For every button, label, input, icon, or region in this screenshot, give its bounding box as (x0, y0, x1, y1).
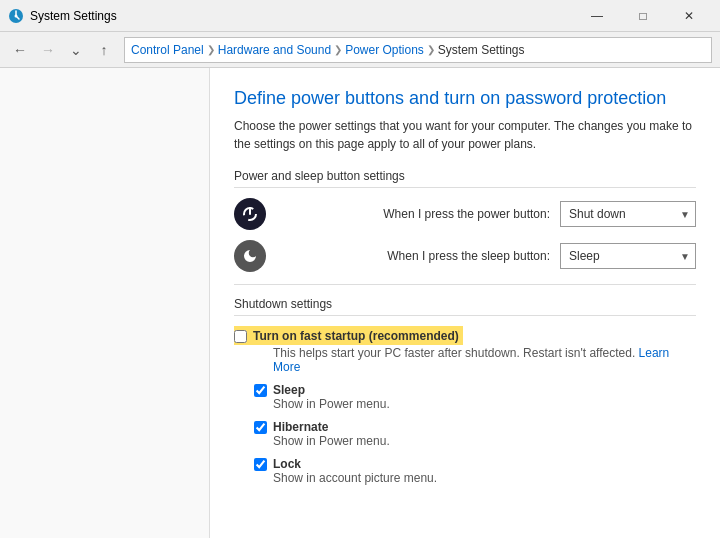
title-bar: System Settings — □ ✕ (0, 0, 720, 32)
hibernate-description: Show in Power menu. (254, 434, 696, 448)
power-button-row: When I press the power button: Do nothin… (234, 198, 696, 230)
sleep-button-dropdown[interactable]: Do nothing Sleep Hibernate Shut down Tur… (560, 243, 696, 269)
sleep-row: Sleep Show in Power menu. (234, 382, 696, 411)
lock-checkbox-row: Lock (234, 456, 696, 471)
sleep-button-label: When I press the sleep button: (276, 249, 550, 263)
lock-checkbox[interactable] (254, 458, 267, 471)
shutdown-section-header: Shutdown settings (234, 297, 696, 316)
fast-startup-checkbox[interactable] (234, 330, 247, 343)
lock-label: Lock (273, 457, 301, 471)
close-button[interactable]: ✕ (666, 0, 712, 32)
dropdown-button[interactable]: ⌄ (64, 38, 88, 62)
breadcrumb-sep-1: ❯ (207, 44, 215, 55)
power-button-dropdown[interactable]: Do nothing Sleep Hibernate Shut down Tur… (560, 201, 696, 227)
fast-startup-description: This helps start your PC faster after sh… (254, 346, 696, 374)
content-area: Define power buttons and turn on passwor… (210, 68, 720, 538)
section-divider (234, 284, 696, 285)
sleep-checkbox-row: Sleep (234, 382, 696, 397)
window-controls: — □ ✕ (574, 0, 712, 32)
hibernate-checkbox[interactable] (254, 421, 267, 434)
app-icon (8, 8, 24, 24)
sleep-description: Show in Power menu. (254, 397, 696, 411)
breadcrumb-current: System Settings (438, 43, 525, 57)
breadcrumb-sep-3: ❯ (427, 44, 435, 55)
lock-row: Lock Show in account picture menu. (234, 456, 696, 485)
fast-startup-row: Turn on fast startup (recommended) This … (234, 326, 696, 374)
hibernate-checkbox-row: Hibernate (234, 419, 696, 434)
back-button[interactable]: ← (8, 38, 32, 62)
sleep-button-dropdown-wrapper: Do nothing Sleep Hibernate Shut down Tur… (560, 243, 696, 269)
nav-bar: ← → ⌄ ↑ Control Panel ❯ Hardware and Sou… (0, 32, 720, 68)
main-content: Define power buttons and turn on passwor… (0, 68, 720, 538)
breadcrumb-hardware-sound[interactable]: Hardware and Sound (218, 43, 331, 57)
minimize-button[interactable]: — (574, 0, 620, 32)
sleep-icon (234, 240, 266, 272)
page-title: Define power buttons and turn on passwor… (234, 88, 696, 109)
hibernate-label: Hibernate (273, 420, 328, 434)
title-bar-text: System Settings (30, 9, 117, 23)
svg-point-1 (15, 14, 18, 17)
sleep-checkbox[interactable] (254, 384, 267, 397)
power-icon (234, 198, 266, 230)
lock-description: Show in account picture menu. (254, 471, 696, 485)
breadcrumb-power-options[interactable]: Power Options (345, 43, 424, 57)
power-section-header: Power and sleep button settings (234, 169, 696, 188)
power-button-label: When I press the power button: (276, 207, 550, 221)
sleep-label: Sleep (273, 383, 305, 397)
breadcrumb-control-panel[interactable]: Control Panel (131, 43, 204, 57)
sidebar (0, 68, 210, 538)
sleep-button-row: When I press the sleep button: Do nothin… (234, 240, 696, 272)
power-button-dropdown-wrapper: Do nothing Sleep Hibernate Shut down Tur… (560, 201, 696, 227)
breadcrumb: Control Panel ❯ Hardware and Sound ❯ Pow… (124, 37, 712, 63)
forward-button[interactable]: → (36, 38, 60, 62)
page-description: Choose the power settings that you want … (234, 117, 694, 153)
hibernate-row: Hibernate Show in Power menu. (234, 419, 696, 448)
up-button[interactable]: ↑ (92, 38, 116, 62)
fast-startup-label: Turn on fast startup (recommended) (253, 329, 459, 343)
breadcrumb-sep-2: ❯ (334, 44, 342, 55)
maximize-button[interactable]: □ (620, 0, 666, 32)
